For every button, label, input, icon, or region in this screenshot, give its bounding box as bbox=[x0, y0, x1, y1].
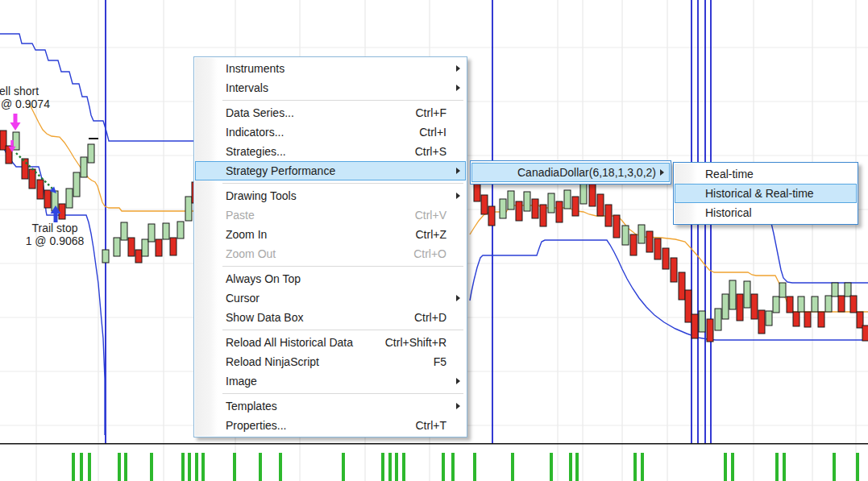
volume-bar bbox=[88, 453, 91, 481]
candle bbox=[662, 248, 669, 269]
candle bbox=[163, 223, 169, 239]
panel-separator-line bbox=[0, 443, 868, 445]
menu-item-real-time[interactable]: Real-time bbox=[675, 164, 857, 184]
menu-item-intervals[interactable]: Intervals bbox=[195, 78, 466, 97]
strategy-performance-submenu: CanadiaDollar(6,18,1,3,0,2) bbox=[470, 160, 671, 185]
candle bbox=[121, 222, 127, 240]
menu-item-data-series[interactable]: Data Series...Ctrl+F bbox=[195, 103, 466, 122]
volume-bar bbox=[342, 453, 345, 481]
sell-short-arrow-icon bbox=[14, 114, 18, 122]
menu-item-historical-real-time[interactable]: Historical & Real-time bbox=[675, 184, 857, 203]
submenu-arrow-icon bbox=[456, 378, 460, 384]
volume-bar bbox=[395, 453, 398, 481]
menu-item-label: Zoom Out bbox=[226, 247, 276, 260]
candle bbox=[744, 281, 750, 308]
volume-bar bbox=[856, 453, 859, 481]
menu-item-cursor[interactable]: Cursor bbox=[195, 288, 466, 308]
candle bbox=[671, 258, 677, 282]
volume-bar bbox=[775, 453, 779, 481]
candle bbox=[508, 191, 514, 209]
candle bbox=[715, 309, 721, 330]
menu-item-label: Reload All Historical Data bbox=[226, 336, 353, 349]
candle bbox=[722, 294, 729, 319]
submenu-arrow-icon bbox=[456, 193, 460, 199]
sell-short-arrow-small-icon bbox=[10, 140, 14, 147]
menu-item-label: Zoom In bbox=[226, 228, 267, 241]
candle bbox=[605, 205, 612, 226]
menu-item-label: Show Data Box bbox=[226, 311, 304, 324]
menu-item-templates[interactable]: Templates bbox=[195, 396, 466, 416]
menu-item-label: Data Series... bbox=[226, 106, 294, 119]
volume-bar bbox=[80, 453, 83, 481]
menu-separator bbox=[195, 180, 466, 186]
menu-item-reload-all-historical-data[interactable]: Reload All Historical DataCtrl+Shift+R bbox=[195, 333, 466, 352]
menu-item-drawing-tools[interactable]: Drawing Tools bbox=[195, 186, 466, 205]
volume-bar bbox=[195, 453, 198, 481]
volume-bar bbox=[150, 453, 153, 481]
menu-item-reload-ninjascript[interactable]: Reload NinjaScriptF5 bbox=[195, 352, 466, 371]
shortcut-label: Ctrl+I bbox=[419, 126, 459, 139]
volume-bar bbox=[833, 453, 836, 481]
candle bbox=[177, 222, 184, 238]
candle bbox=[88, 144, 94, 163]
submenu-arrow-icon bbox=[456, 85, 460, 91]
candle bbox=[114, 238, 120, 256]
menu-item-show-data-box[interactable]: Show Data BoxCtrl+D bbox=[195, 308, 466, 327]
volume-bar bbox=[118, 453, 121, 481]
candle bbox=[474, 183, 480, 201]
menu-item-zoom-out: Zoom OutCtrl+O bbox=[195, 244, 466, 263]
candle bbox=[758, 310, 765, 334]
candle bbox=[556, 201, 563, 222]
volume-bar bbox=[575, 453, 579, 481]
volume-bar bbox=[381, 453, 384, 481]
volume-bar bbox=[72, 453, 75, 481]
candle bbox=[540, 205, 546, 226]
menu-item-label: Paste bbox=[226, 209, 255, 222]
shortcut-label: Ctrl+Shift+R bbox=[385, 336, 459, 349]
annotation-sell-short-line2: @ 0.9074 bbox=[1, 98, 50, 110]
volume-bar bbox=[259, 453, 262, 481]
menu-item-strategy-performance[interactable]: Strategy Performance bbox=[195, 161, 466, 180]
candle bbox=[845, 283, 851, 296]
menu-item-label: Properties... bbox=[226, 419, 286, 432]
menu-item-zoom-in[interactable]: Zoom InCtrl+Z bbox=[195, 225, 466, 244]
volume-bar bbox=[451, 453, 455, 481]
candle bbox=[500, 199, 506, 218]
candle bbox=[73, 172, 80, 197]
menu-item-historical[interactable]: Historical bbox=[675, 203, 857, 222]
candle bbox=[779, 283, 786, 297]
candle bbox=[787, 296, 793, 313]
menu-item-always-on-top[interactable]: Always On Top bbox=[195, 269, 466, 288]
candle bbox=[29, 169, 35, 189]
volume-bar bbox=[550, 453, 553, 481]
candle bbox=[516, 201, 522, 221]
menu-item-label: Reload NinjaScript bbox=[226, 355, 319, 368]
menu-item-instruments[interactable]: Instruments bbox=[195, 59, 466, 78]
shortcut-label: Ctrl+F bbox=[416, 106, 460, 119]
candle bbox=[729, 280, 736, 309]
candle bbox=[773, 296, 779, 313]
candle bbox=[798, 296, 804, 312]
candle bbox=[804, 312, 811, 327]
menu-item-properties[interactable]: Properties...Ctrl+T bbox=[195, 416, 466, 435]
volume-bar bbox=[731, 453, 734, 481]
volume-bar bbox=[783, 453, 786, 481]
menu-item-label: Instruments bbox=[226, 62, 284, 75]
menu-item-strategies[interactable]: Strategies...Ctrl+S bbox=[195, 142, 466, 161]
menu-item-label: Indicators... bbox=[226, 126, 284, 139]
candle bbox=[622, 226, 629, 245]
menu-item-indicators[interactable]: Indicators...Ctrl+I bbox=[195, 122, 466, 142]
volume-bar bbox=[181, 453, 185, 481]
volume-bar bbox=[442, 453, 445, 481]
volume-bar bbox=[724, 453, 727, 481]
volume-bar bbox=[279, 453, 282, 481]
menu-item-image[interactable]: Image bbox=[195, 371, 466, 391]
menu-item-label: Real-time bbox=[705, 168, 754, 180]
menu-item-paste: PasteCtrl+V bbox=[195, 205, 466, 225]
candle bbox=[850, 296, 857, 313]
menu-item-canadiadollar-6-18-1-3-0-2[interactable]: CanadiaDollar(6,18,1,3,0,2) bbox=[471, 163, 670, 182]
candle bbox=[170, 238, 177, 255]
candle bbox=[825, 296, 832, 312]
candle bbox=[66, 189, 73, 208]
menu-separator bbox=[195, 97, 466, 103]
